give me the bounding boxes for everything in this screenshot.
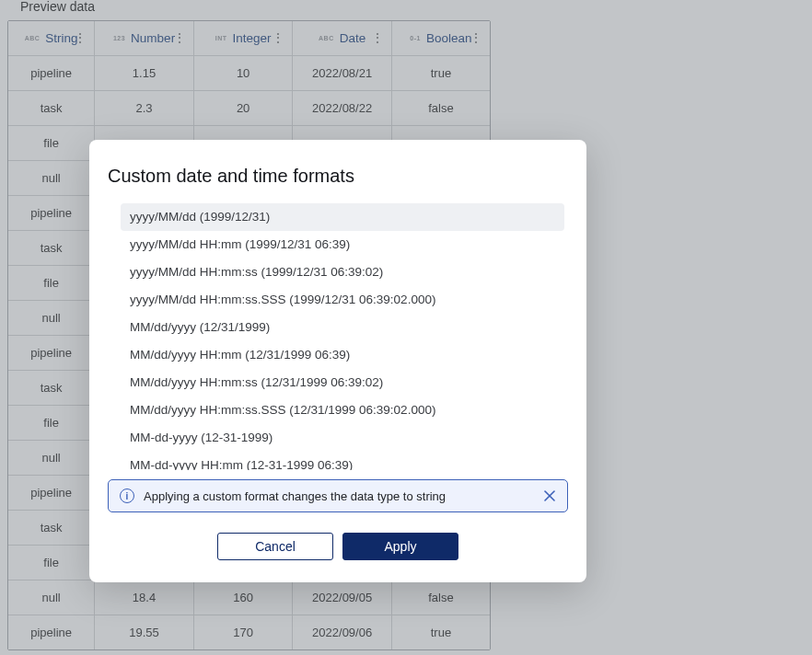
format-notice: i Applying a custom format changes the d…	[108, 479, 568, 512]
modal-overlay: Custom date and time formats yyyy/MM/dd …	[0, 0, 812, 655]
modal-title: Custom date and time formats	[108, 166, 568, 187]
format-option[interactable]: MM/dd/yyyy HH:mm:ss (12/31/1999 06:39:02…	[121, 369, 564, 396]
cancel-button[interactable]: Cancel	[217, 533, 333, 560]
format-option[interactable]: MM/dd/yyyy HH:mm:ss.SSS (12/31/1999 06:3…	[121, 396, 564, 424]
apply-button[interactable]: Apply	[342, 533, 458, 560]
info-icon: i	[120, 488, 134, 503]
format-option[interactable]: yyyy/MM/dd HH:mm (1999/12/31 06:39)	[121, 231, 564, 259]
format-list: yyyy/MM/dd (1999/12/31)yyyy/MM/dd HH:mm …	[121, 203, 564, 470]
format-option[interactable]: MM-dd-yyyy (12-31-1999)	[121, 424, 564, 452]
format-option[interactable]: yyyy/MM/dd HH:mm:ss.SSS (1999/12/31 06:3…	[121, 286, 564, 314]
close-icon[interactable]	[541, 488, 558, 504]
notice-text: Applying a custom format changes the dat…	[144, 489, 446, 503]
modal-actions: Cancel Apply	[108, 533, 568, 560]
format-option[interactable]: MM-dd-yyyy HH:mm (12-31-1999 06:39)	[121, 452, 564, 470]
format-option[interactable]: MM/dd/yyyy (12/31/1999)	[121, 314, 564, 341]
format-option[interactable]: yyyy/MM/dd (1999/12/31)	[121, 203, 564, 231]
format-option[interactable]: yyyy/MM/dd HH:mm:ss (1999/12/31 06:39:02…	[121, 259, 564, 286]
format-option[interactable]: MM/dd/yyyy HH:mm (12/31/1999 06:39)	[121, 341, 564, 369]
custom-date-format-modal: Custom date and time formats yyyy/MM/dd …	[89, 140, 586, 582]
